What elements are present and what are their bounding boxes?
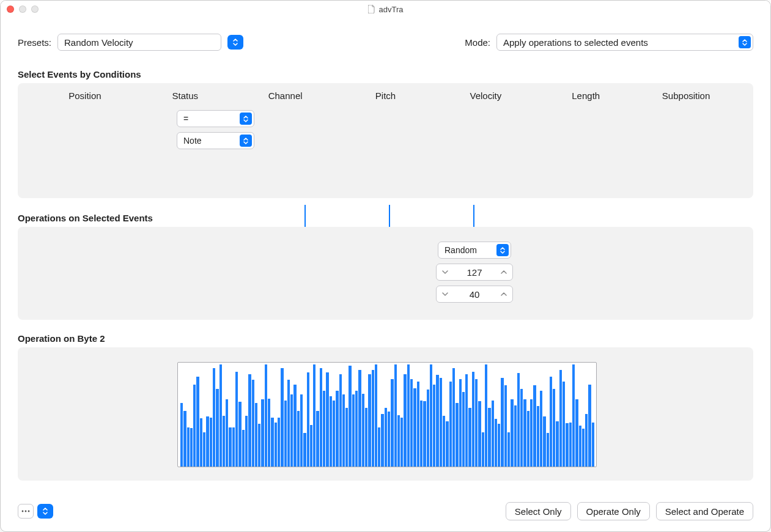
- chart-bar: [349, 366, 351, 467]
- more-options-button[interactable]: [18, 504, 34, 519]
- conditions-panel: Position Status Channel Pitch Velocity L…: [18, 83, 753, 198]
- increment-button[interactable]: [495, 286, 512, 302]
- byte2-chart[interactable]: [177, 362, 597, 467]
- chart-bar: [527, 411, 529, 467]
- chart-bar: [572, 364, 575, 467]
- header-velocity: Velocity: [435, 91, 536, 101]
- chart-bar: [320, 368, 322, 467]
- chart-bar: [588, 385, 591, 467]
- presets-group: Presets: Random Velocity: [18, 34, 243, 51]
- footer: Select Only Operate Only Select and Oper…: [18, 502, 753, 520]
- chart-bar: [326, 372, 328, 467]
- status-operator-select[interactable]: =: [177, 110, 254, 127]
- velocity-operation-value: Random: [445, 245, 477, 255]
- preset-value: Random Velocity: [64, 37, 133, 48]
- velocity-low-value: 40: [454, 289, 495, 300]
- select-only-button[interactable]: Select Only: [506, 502, 571, 520]
- decrement-button[interactable]: [437, 286, 454, 302]
- velocity-operation-select[interactable]: Random: [438, 242, 511, 259]
- chart-bar: [180, 403, 183, 467]
- chart-bar: [307, 372, 309, 467]
- chart-bar: [229, 427, 231, 467]
- minimize-window-button[interactable]: [19, 6, 26, 13]
- chart-bar: [190, 428, 193, 467]
- conditions-headers: Position Status Channel Pitch Velocity L…: [18, 83, 753, 106]
- status-condition-controls: = Note: [177, 110, 254, 149]
- status-type-select[interactable]: Note: [177, 132, 254, 149]
- chart-bar: [368, 374, 371, 467]
- svg-point-1: [25, 511, 27, 512]
- chart-bar: [372, 370, 374, 467]
- zoom-window-button[interactable]: [31, 6, 39, 13]
- close-window-button[interactable]: [7, 6, 14, 13]
- select-and-operate-button[interactable]: Select and Operate: [656, 502, 753, 520]
- chart-bar: [310, 425, 312, 467]
- operate-only-button[interactable]: Operate Only: [577, 502, 650, 520]
- chart-bar: [417, 382, 419, 467]
- chart-bar: [183, 411, 186, 467]
- chart-bar: [449, 382, 452, 467]
- mode-select[interactable]: Apply operations to selected events: [496, 34, 753, 51]
- chart-bar: [261, 399, 264, 467]
- chart-bar: [316, 411, 319, 467]
- chart-bar: [575, 399, 578, 467]
- chart-bar: [342, 394, 345, 467]
- chart-bar: [452, 368, 455, 467]
- top-row: Presets: Random Velocity Mode: Apply ope…: [18, 34, 753, 51]
- chart-bar: [566, 423, 568, 467]
- velocity-high-stepper[interactable]: 127: [436, 264, 513, 281]
- chart-bar: [482, 432, 484, 467]
- increment-button[interactable]: [495, 264, 512, 280]
- window-title: advTra: [1, 5, 770, 14]
- chart-bar: [223, 416, 225, 467]
- chart-bar: [420, 401, 422, 467]
- decrement-button[interactable]: [437, 264, 454, 280]
- window-title-text: advTra: [379, 5, 404, 14]
- chart-bar: [355, 391, 358, 467]
- chart-bar: [556, 421, 558, 467]
- chart-bar: [553, 389, 555, 467]
- header-status: Status: [135, 91, 235, 101]
- chart-bar: [413, 388, 416, 467]
- chevron-updown-icon: [496, 244, 509, 256]
- chart-bar: [232, 427, 235, 467]
- chart-bar: [456, 403, 458, 467]
- footer-menu-button[interactable]: [37, 504, 53, 519]
- status-type-value: Note: [183, 136, 202, 146]
- chart-bar: [210, 418, 212, 467]
- velocity-low-stepper[interactable]: 40: [436, 286, 513, 303]
- chart-bar: [520, 389, 523, 467]
- chart-bar: [533, 385, 536, 467]
- chevron-updown-icon: [240, 113, 252, 125]
- chart-bar: [498, 424, 500, 467]
- preset-menu-button[interactable]: [227, 35, 243, 50]
- chart-bar: [430, 364, 432, 467]
- chevron-up-icon: [501, 292, 507, 296]
- chart-bar: [333, 401, 335, 467]
- chart-bar: [495, 419, 497, 467]
- chart-bar: [281, 368, 283, 467]
- select-only-label: Select Only: [515, 506, 562, 517]
- operations-title: Operations on Selected Events: [18, 213, 753, 223]
- preset-field[interactable]: Random Velocity: [57, 34, 221, 51]
- chart-bar: [462, 392, 465, 467]
- chart-bar: [585, 414, 588, 467]
- chart-bar: [365, 408, 367, 467]
- chevron-down-icon: [442, 292, 448, 296]
- header-channel: Channel: [235, 91, 336, 101]
- chart-bar: [193, 385, 196, 467]
- header-position: Position: [35, 91, 135, 101]
- footer-right: Select Only Operate Only Select and Oper…: [506, 502, 753, 520]
- footer-left: [18, 504, 53, 519]
- chart-bar: [258, 424, 260, 467]
- chart-bar: [540, 391, 542, 467]
- chart-bar: [323, 391, 325, 467]
- chart-bar: [468, 408, 471, 467]
- velocity-high-value: 127: [454, 267, 495, 278]
- chart-bar: [501, 378, 503, 467]
- chart-bar: [271, 418, 273, 467]
- chart-bar: [547, 433, 549, 467]
- chart-bar: [187, 427, 190, 467]
- conditions-title: Select Events by Conditions: [18, 69, 753, 79]
- chart-bar: [381, 414, 383, 467]
